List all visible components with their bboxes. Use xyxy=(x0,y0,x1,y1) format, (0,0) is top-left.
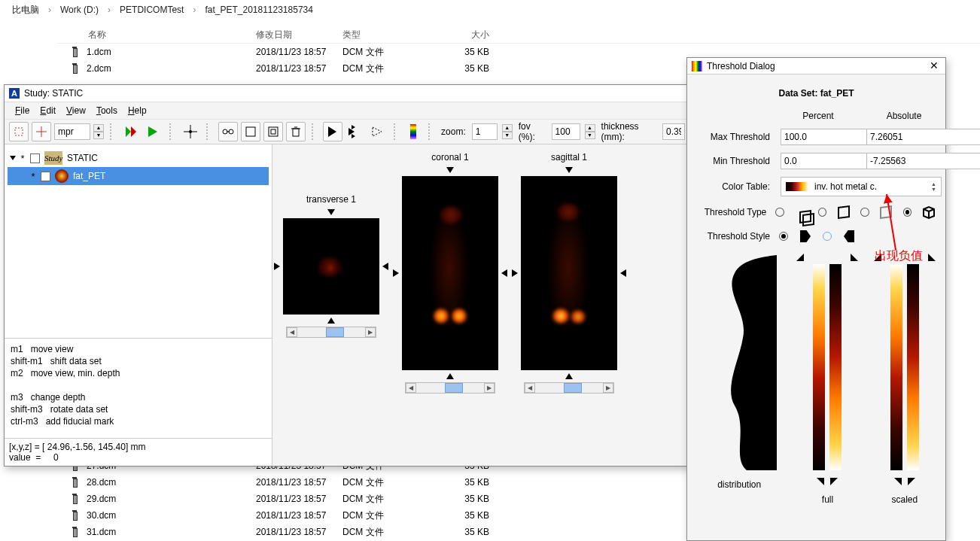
threshold-style-label: Threshold Style xyxy=(696,231,770,242)
col-name[interactable]: 名称 xyxy=(56,29,256,41)
play-dotted-icon[interactable] xyxy=(368,122,388,141)
tree-star-icon: * xyxy=(30,171,36,182)
threshold-title: Threshold Dialog xyxy=(707,61,775,71)
transverse-image[interactable] xyxy=(283,218,379,315)
scroll-left-icon[interactable]: ◀ xyxy=(287,327,297,337)
sagittal-image[interactable] xyxy=(521,176,617,370)
colormap-icon[interactable] xyxy=(405,122,422,141)
distribution-plot[interactable] xyxy=(702,255,777,470)
scroll-thumb[interactable] xyxy=(564,383,582,393)
scroll-right-icon[interactable]: ▶ xyxy=(603,383,613,393)
scroll-right-icon[interactable]: ▶ xyxy=(365,327,376,337)
marker-top-icon xyxy=(327,209,335,215)
type-radio-4[interactable] xyxy=(903,208,912,217)
target-icon[interactable] xyxy=(181,122,200,141)
scroll-thumb[interactable] xyxy=(445,383,463,393)
max-absolute-input[interactable] xyxy=(866,129,980,145)
type-radio-3[interactable] xyxy=(860,208,869,217)
sagittal-scrollbar[interactable]: ◀▶ xyxy=(524,382,614,394)
mpr-spin[interactable]: ▲▼ xyxy=(93,124,104,139)
threshold-titlebar[interactable]: Threshold Dialog ✕ xyxy=(687,58,945,74)
style-radio-1[interactable] xyxy=(779,232,788,241)
flag-green-icon[interactable] xyxy=(144,122,163,141)
thickness-label: thickness (mm): xyxy=(600,121,658,142)
trash-icon[interactable] xyxy=(286,122,306,141)
file-type: DCM 文件 xyxy=(342,46,429,59)
study-tree[interactable]: * Study STATIC * fat_PET xyxy=(5,144,272,339)
threshold-style-row: Threshold Style xyxy=(696,228,936,245)
zoom-spin[interactable]: ▲▼ xyxy=(502,124,513,139)
tree-study-row[interactable]: * Study STATIC xyxy=(8,149,269,167)
col-date[interactable]: 修改日期 xyxy=(256,29,342,41)
col-size[interactable]: 大小 xyxy=(429,29,489,41)
menu-help[interactable]: Help xyxy=(123,104,151,117)
amide-titlebar[interactable]: A Study: STATIC xyxy=(5,85,689,102)
fov-label: fov (%): xyxy=(517,121,547,142)
dropdown-arrows-icon: ▲▼ xyxy=(931,181,936,192)
min-absolute-input[interactable] xyxy=(866,153,980,169)
menu-tools[interactable]: Tools xyxy=(92,104,122,117)
coronal-image[interactable] xyxy=(402,176,498,370)
col-type[interactable]: 类型 xyxy=(342,29,429,41)
menu-edit[interactable]: Edit xyxy=(35,104,60,117)
type-radio-1[interactable] xyxy=(775,208,784,217)
tree-checkbox[interactable] xyxy=(41,172,50,181)
breadcrumb-item[interactable]: Work (D:) xyxy=(56,5,103,15)
coronal-scrollbar[interactable]: ◀▶ xyxy=(405,382,495,394)
threshold-type-row: Threshold Type xyxy=(696,204,936,220)
svg-rect-12 xyxy=(246,127,255,136)
mpr-input[interactable] xyxy=(54,123,90,140)
file-name: 31.dcm xyxy=(87,527,116,537)
gradient-bar-icon xyxy=(890,264,902,470)
style-radio-2[interactable] xyxy=(823,232,832,241)
type-radio-2[interactable] xyxy=(818,208,827,217)
toolbar-separator xyxy=(110,123,115,140)
close-icon[interactable]: ✕ xyxy=(927,59,941,73)
dcm-file-icon xyxy=(70,477,81,488)
thickness-input[interactable] xyxy=(662,123,685,140)
handle-bottom-icon[interactable] xyxy=(817,478,824,485)
breadcrumb-item[interactable]: PETDICOMTest xyxy=(115,5,188,15)
amide-menubar[interactable]: File Edit View Tools Help xyxy=(5,102,689,119)
zoom-input[interactable] xyxy=(472,123,498,140)
handle-bottom-icon[interactable] xyxy=(908,478,915,485)
handle-bottom-icon[interactable] xyxy=(894,478,902,485)
file-name: 30.dcm xyxy=(87,510,116,521)
scroll-thumb[interactable] xyxy=(326,327,344,337)
scroll-right-icon[interactable]: ▶ xyxy=(484,383,495,393)
amide-toolbar: ▲▼ zoom: ▲▼ fov (%): ▲▼ xyxy=(5,119,689,144)
menu-view[interactable]: View xyxy=(62,104,90,117)
transverse-scrollbar[interactable]: ◀▶ xyxy=(286,327,376,338)
box-a-icon[interactable] xyxy=(241,122,260,141)
file-date: 2018/11/23 18:57 xyxy=(256,510,342,521)
scaled-bars[interactable] xyxy=(878,255,931,470)
menu-file[interactable]: File xyxy=(11,104,34,117)
play-icon[interactable] xyxy=(323,122,342,141)
tool-roi-box-icon[interactable] xyxy=(9,122,29,141)
play-multi-icon[interactable] xyxy=(345,122,365,141)
chevron-right-icon: › xyxy=(188,5,200,15)
dcm-file-icon xyxy=(70,527,81,537)
marker-right-icon xyxy=(620,269,626,277)
flag-green-red-icon[interactable] xyxy=(121,122,141,141)
fov-input[interactable] xyxy=(552,123,580,140)
svg-marker-5 xyxy=(148,126,157,137)
breadcrumb-item[interactable]: 比电脑 xyxy=(8,4,44,17)
scaled-label: scaled xyxy=(891,494,918,505)
file-list-header[interactable]: 名称 修改日期 类型 大小 xyxy=(56,27,980,44)
full-bars[interactable] xyxy=(801,255,854,470)
breadcrumb[interactable]: 比电脑› Work (D:)› PETDICOMTest› fat_PET_20… xyxy=(0,0,980,20)
tool-roi-point-icon[interactable] xyxy=(32,122,51,141)
scroll-left-icon[interactable]: ◀ xyxy=(406,383,416,393)
handle-bottom-icon[interactable] xyxy=(830,478,838,485)
scroll-left-icon[interactable]: ◀ xyxy=(525,383,535,393)
breadcrumb-item[interactable]: fat_PET_20181123185734 xyxy=(200,5,317,15)
color-table-select[interactable]: inv. hot metal c. ▲▼ xyxy=(781,177,942,196)
tree-checkbox[interactable] xyxy=(30,153,40,163)
link-views-icon[interactable] xyxy=(218,122,238,141)
fov-spin[interactable]: ▲▼ xyxy=(585,124,595,139)
svg-marker-4 xyxy=(131,126,136,137)
tree-dataset-row[interactable]: * fat_PET xyxy=(8,167,269,185)
box-b-icon[interactable] xyxy=(263,122,283,141)
tree-expand-icon[interactable] xyxy=(10,156,16,160)
